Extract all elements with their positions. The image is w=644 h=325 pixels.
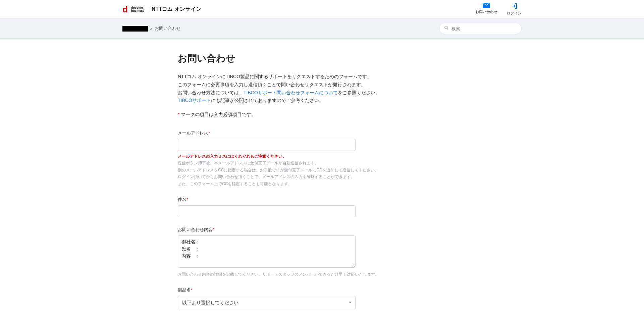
product-label: 製品名*: [178, 287, 466, 293]
intro-line-4: TIBCOサポートにも記事が公開されておりますのでご参考ください。: [178, 97, 466, 105]
email-hint: メールアドレスの入力ミスにはくれぐれもご注意ください。 送信ボタン押下後、本メー…: [178, 153, 466, 187]
brand-logo-text: docomo business: [131, 6, 145, 12]
breadcrumb-root-redacted[interactable]: [122, 26, 148, 32]
intro-text: NTTコム オンラインにTIBCO製品に関するサポートをリクエストするためのフォ…: [178, 73, 466, 119]
global-header: d docomo business NTTコム オンライン お問い合わせ ログイ…: [0, 0, 644, 19]
body-label: お問い合わせ内容*: [178, 227, 466, 233]
login-link[interactable]: ログイン: [507, 3, 522, 16]
page-main: お問い合わせ NTTコム オンラインにTIBCO製品に関するサポートをリクエスト…: [171, 39, 473, 325]
body-hint: お問い合わせ内容の詳細を記載してください。サポートスタッフのメンバーができるだけ…: [178, 271, 466, 278]
email-hint-warn: メールアドレスの入力ミスにはくれぐれもご注意ください。: [178, 153, 466, 160]
header-actions: お問い合わせ ログイン: [475, 3, 522, 16]
svg-point-0: [445, 26, 447, 29]
product-select-wrap[interactable]: 以下より選択してください: [178, 296, 356, 309]
field-subject: 件名*: [178, 197, 466, 217]
brand-name: NTTコム オンライン: [152, 6, 202, 13]
required-note: * マークの項目は入力必須項目です。: [178, 111, 466, 119]
breadcrumb: > お問い合わせ: [122, 25, 181, 32]
login-icon: [511, 3, 518, 10]
docomo-d-logo-icon: d: [122, 5, 128, 14]
search-box[interactable]: [439, 23, 522, 34]
body-textarea[interactable]: [178, 235, 356, 268]
search-icon: [444, 25, 449, 32]
link-contact-form-about[interactable]: TIBCOサポート問い合わせフォームについて: [244, 90, 338, 95]
subject-input[interactable]: [178, 205, 356, 217]
brand-divider: [148, 6, 148, 13]
intro-line-3: お問い合わせ方法については、TIBCOサポート問い合わせフォームについてをご参照…: [178, 89, 466, 97]
contact-link[interactable]: お問い合わせ: [475, 3, 497, 16]
contact-form: メールアドレス* メールアドレスの入力ミスにはくれぐれもご注意ください。 送信ボ…: [178, 130, 466, 309]
breadcrumb-current: お問い合わせ: [155, 25, 181, 32]
intro-line-2: このフォームに必要事項を入力し送信頂くことで問い合わせリクエストが発行されます。: [178, 81, 466, 89]
mail-icon: [483, 3, 490, 9]
product-select[interactable]: 以下より選択してください: [178, 296, 356, 309]
page-title: お問い合わせ: [178, 52, 466, 65]
field-product: 製品名* 以下より選択してください: [178, 287, 466, 309]
breadcrumb-sep: >: [150, 26, 153, 31]
field-body: お問い合わせ内容* お問い合わせ内容の詳細を記載してください。サポートスタッフの…: [178, 227, 466, 278]
email-label: メールアドレス*: [178, 130, 466, 136]
search-input[interactable]: [451, 26, 517, 31]
contact-link-label: お問い合わせ: [475, 9, 497, 14]
link-tibco-support[interactable]: TIBCOサポート: [178, 98, 211, 103]
intro-line-1: NTTコム オンラインにTIBCO製品に関するサポートをリクエストするためのフォ…: [178, 73, 466, 81]
svg-line-1: [447, 29, 448, 30]
sub-header: > お問い合わせ: [0, 19, 644, 39]
field-email: メールアドレス* メールアドレスの入力ミスにはくれぐれもご注意ください。 送信ボ…: [178, 130, 466, 187]
brand[interactable]: d docomo business NTTコム オンライン: [122, 5, 202, 14]
login-link-label: ログイン: [507, 11, 522, 16]
email-input[interactable]: [178, 139, 356, 151]
subject-label: 件名*: [178, 197, 466, 203]
